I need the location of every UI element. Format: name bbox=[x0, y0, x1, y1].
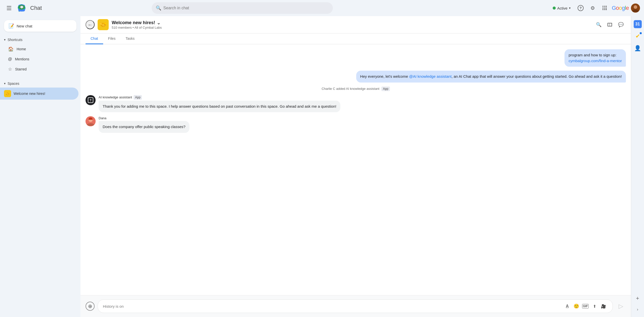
main-body: 📝 New chat ▾ Shortcuts 🏠 Home @ Mentions… bbox=[0, 16, 644, 317]
chat-area: ← 🤝 Welcome new hires! ⌄ 510 members • A… bbox=[80, 16, 631, 317]
menu-button[interactable] bbox=[4, 3, 14, 13]
tasks-panel-icon[interactable]: ✔ bbox=[633, 31, 643, 41]
system-text: Charlie C added AI knowledge assistant bbox=[321, 87, 379, 91]
home-label: Home bbox=[17, 47, 26, 51]
tab-files[interactable]: Files bbox=[103, 33, 121, 44]
search-chat-button[interactable]: 🔍 bbox=[594, 20, 604, 30]
active-status-button[interactable]: Active ▾ bbox=[550, 5, 574, 12]
video-call-button[interactable]: 🎥 bbox=[599, 302, 608, 310]
upload-icon: ⬆ bbox=[593, 304, 596, 309]
new-chat-label: New chat bbox=[17, 24, 32, 28]
space-avatar: 🤝 bbox=[98, 19, 109, 30]
app-logo[interactable]: 💬 Chat bbox=[17, 4, 42, 13]
chat-title: Welcome new hires! ⌄ bbox=[112, 20, 591, 26]
calendar-panel-icon[interactable]: 31 bbox=[633, 19, 643, 29]
contacts-panel-icon[interactable]: 👤 bbox=[633, 43, 643, 53]
dana-message-content: Dana Does the company offer public speak… bbox=[99, 116, 626, 133]
title-dropdown-icon[interactable]: ⌄ bbox=[157, 20, 160, 26]
welcome-bubble: Hey everyone, let's welcome @AI knowledg… bbox=[356, 71, 626, 83]
message-partial-right: program and how to sign up: cymbalgroup.… bbox=[86, 49, 626, 67]
svg-text:?: ? bbox=[90, 99, 91, 102]
back-button[interactable]: ← bbox=[86, 20, 95, 29]
apps-grid-icon bbox=[602, 6, 607, 10]
space-name: Welcome new hires! bbox=[14, 92, 45, 96]
sidebar-item-mentions[interactable]: @ Mentions bbox=[0, 54, 78, 64]
dana-avatar bbox=[86, 116, 96, 126]
dana-message-row: Dana Does the company offer public speak… bbox=[86, 116, 626, 133]
split-view-button[interactable] bbox=[605, 20, 615, 30]
dana-sender: Dana bbox=[99, 116, 626, 120]
home-icon: 🏠 bbox=[8, 46, 14, 52]
search-input[interactable] bbox=[163, 6, 329, 10]
right-panel-add-button[interactable]: + bbox=[633, 294, 642, 303]
message-right-welcome: Hey everyone, let's welcome @AI knowledg… bbox=[86, 71, 626, 83]
top-header: 💬 Chat 🔍 Active ▾ ? ⚙ bbox=[0, 0, 644, 16]
app-badge-system: App bbox=[381, 87, 390, 91]
video-call-icon: 🎥 bbox=[601, 304, 606, 309]
input-box: A 🙂 GIF ⬆ 🎥 bbox=[98, 299, 613, 313]
message-input[interactable] bbox=[103, 304, 561, 308]
sidebar-item-starred[interactable]: ☆ Starred bbox=[0, 64, 78, 74]
bot-sender: AI knowledge assistant App bbox=[99, 95, 626, 100]
emoji-icon: 🙂 bbox=[574, 303, 579, 309]
shortcuts-header[interactable]: ▾ Shortcuts bbox=[0, 36, 80, 44]
bot-avatar: ? bbox=[86, 95, 96, 105]
user-avatar[interactable] bbox=[631, 4, 640, 13]
spaces-header[interactable]: ▾ Spaces bbox=[0, 80, 80, 88]
new-chat-button[interactable]: 📝 New chat bbox=[4, 20, 76, 32]
spaces-section: ▾ Spaces 🤝 Welcome new hires! bbox=[0, 80, 80, 100]
help-icon: ? bbox=[578, 5, 584, 11]
threads-icon: 💬 bbox=[618, 22, 624, 27]
bot-message-row: ? AI knowledge assistant App Thank you f… bbox=[86, 95, 626, 112]
system-message: Charlie C added AI knowledge assistant A… bbox=[86, 87, 626, 91]
expand-panel-button[interactable]: › bbox=[633, 305, 642, 314]
sidebar: 📝 New chat ▾ Shortcuts 🏠 Home @ Mentions… bbox=[0, 16, 80, 317]
spaces-label: Spaces bbox=[8, 82, 19, 86]
header-right: Active ▾ ? ⚙ Google bbox=[550, 3, 640, 13]
add-attachment-button[interactable]: ⊕ bbox=[86, 302, 95, 311]
send-button[interactable]: ▷ bbox=[616, 301, 626, 311]
send-icon: ▷ bbox=[619, 303, 623, 310]
messages-area: program and how to sign up: cymbalgroup.… bbox=[80, 44, 631, 295]
active-label: Active bbox=[557, 6, 568, 10]
format-text-button[interactable]: A bbox=[563, 302, 571, 310]
right-panel: 31 ✔ 👤 + › bbox=[631, 16, 644, 317]
mentor-link[interactable]: cymbalgroup.com/find-a-mentor bbox=[569, 59, 622, 63]
settings-button[interactable]: ⚙ bbox=[588, 3, 598, 13]
upload-button[interactable]: ⬆ bbox=[590, 302, 598, 310]
tab-tasks[interactable]: Tasks bbox=[120, 33, 140, 44]
tasks-badge bbox=[640, 32, 642, 34]
starred-label: Starred bbox=[15, 67, 27, 71]
google-wordmark: Google bbox=[612, 5, 629, 11]
chat-header-info: Welcome new hires! ⌄ 510 members • All o… bbox=[112, 20, 591, 29]
shortcuts-label: Shortcuts bbox=[8, 38, 22, 42]
threads-button[interactable]: 💬 bbox=[616, 20, 626, 30]
input-area: ⊕ A 🙂 GIF ⬆ bbox=[80, 295, 631, 317]
bubble-text-line1: program and how to sign up: bbox=[569, 52, 622, 58]
app-name-label: Chat bbox=[30, 5, 42, 11]
split-view-icon bbox=[608, 23, 612, 26]
mentions-icon: @ bbox=[8, 57, 12, 61]
sidebar-item-home[interactable]: 🏠 Home bbox=[0, 44, 78, 54]
ai-mention: @AI knowledge assistant bbox=[409, 74, 452, 78]
dana-message-text: Does the company offer public speaking c… bbox=[99, 121, 189, 133]
new-chat-icon: 📝 bbox=[9, 23, 14, 29]
settings-icon: ⚙ bbox=[590, 5, 595, 11]
space-emoji: 🤝 bbox=[4, 90, 11, 97]
emoji-button[interactable]: 🙂 bbox=[572, 302, 580, 310]
apps-button[interactable] bbox=[600, 3, 610, 13]
help-button[interactable]: ? bbox=[576, 3, 586, 13]
gif-button[interactable]: GIF bbox=[581, 302, 589, 310]
add-panel-icon: + bbox=[636, 295, 639, 302]
dana-name: Dana bbox=[99, 116, 106, 120]
mentions-label: Mentions bbox=[15, 57, 29, 61]
active-dot bbox=[553, 7, 556, 10]
bot-name: AI knowledge assistant bbox=[99, 95, 132, 99]
tab-chat[interactable]: Chat bbox=[86, 33, 103, 44]
chat-title-text: Welcome new hires! bbox=[112, 20, 155, 25]
app-badge-bot: App bbox=[134, 95, 142, 100]
add-icon: ⊕ bbox=[88, 303, 92, 309]
space-item-welcome[interactable]: 🤝 Welcome new hires! bbox=[0, 88, 78, 100]
input-actions: A 🙂 GIF ⬆ 🎥 bbox=[563, 302, 608, 310]
search-bar: 🔍 bbox=[152, 2, 333, 14]
